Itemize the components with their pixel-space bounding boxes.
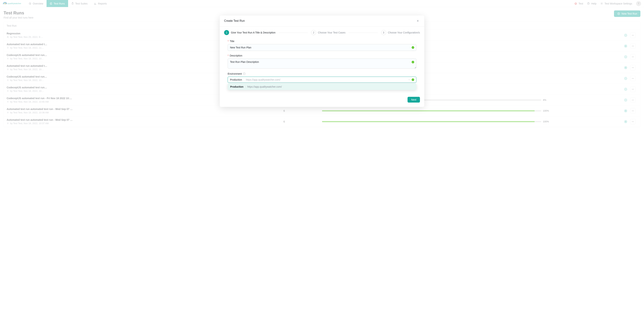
environment-label-text: Environment xyxy=(228,72,242,75)
step-1-label: Give Your Test Run A Title & Description xyxy=(231,31,276,34)
environment-label: Environment ? xyxy=(228,72,416,75)
modal-title: Create Test Run xyxy=(224,19,245,23)
title-label: Title xyxy=(228,40,416,43)
title-input[interactable] xyxy=(228,44,416,51)
modal-overlay: Create Test Run 1 Give Your Test Run A T… xyxy=(0,0,644,127)
step-1-num: 1 xyxy=(224,30,229,35)
environment-option-production[interactable]: Production https://app.qualitywatcher.co… xyxy=(228,83,416,90)
description-input[interactable] xyxy=(228,59,416,69)
close-icon xyxy=(416,20,419,22)
modal-steps: 1 Give Your Test Run A Title & Descripti… xyxy=(220,27,424,37)
env-selected-url: https://app.qualitywatcher.com/ xyxy=(246,78,280,81)
env-option-name: Production xyxy=(230,85,244,88)
step-3-label: Choose Your Configuration/s xyxy=(388,31,420,34)
modal-footer: Next xyxy=(220,88,424,107)
create-test-run-modal: Create Test Run 1 Give Your Test Run A T… xyxy=(220,16,424,107)
help-tooltip-icon[interactable]: ? xyxy=(243,73,246,75)
env-selected-name: Production xyxy=(230,78,242,81)
step-divider xyxy=(348,33,378,33)
step-2-label: Choose Your Test Cases xyxy=(318,31,345,34)
description-label: Description xyxy=(228,54,416,57)
step-3-num: 3 xyxy=(381,30,386,35)
environment-select[interactable]: Production https://app.qualitywatcher.co… xyxy=(228,77,416,83)
environment-dropdown: Production https://app.qualitywatcher.co… xyxy=(228,83,416,90)
step-1: 1 Give Your Test Run A Title & Descripti… xyxy=(224,30,276,35)
step-3: 3 Choose Your Configuration/s xyxy=(381,30,420,35)
env-option-url: https://app.qualitywatcher.com/ xyxy=(247,85,282,88)
modal-header: Create Test Run xyxy=(220,16,424,27)
step-divider xyxy=(279,33,308,33)
step-2-num: 2 xyxy=(311,30,316,35)
valid-check-icon xyxy=(412,78,414,81)
next-button[interactable]: Next xyxy=(408,97,420,103)
valid-check-icon xyxy=(412,61,414,63)
step-2: 2 Choose Your Test Cases xyxy=(311,30,345,35)
valid-check-icon xyxy=(412,46,414,49)
chevron-down-icon xyxy=(408,79,410,81)
modal-form: Title Description Environment ? xyxy=(220,37,424,88)
modal-close-button[interactable] xyxy=(416,19,420,23)
